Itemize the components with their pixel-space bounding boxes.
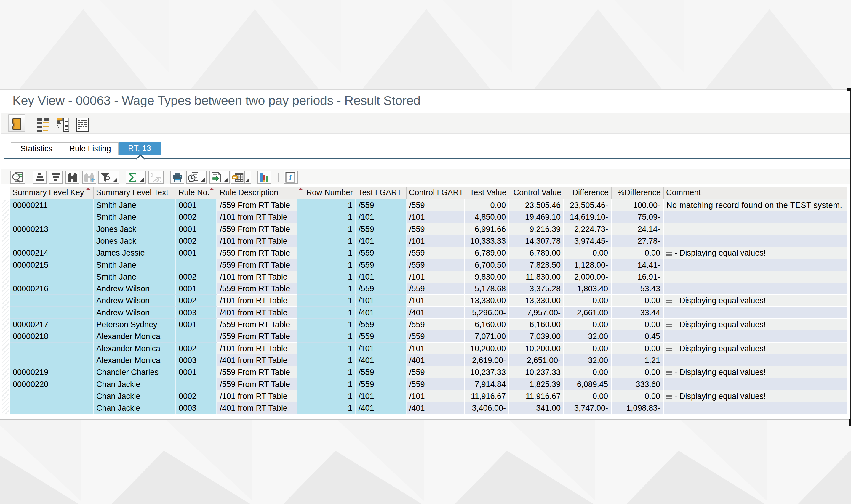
svg-text:i: i	[289, 173, 292, 182]
